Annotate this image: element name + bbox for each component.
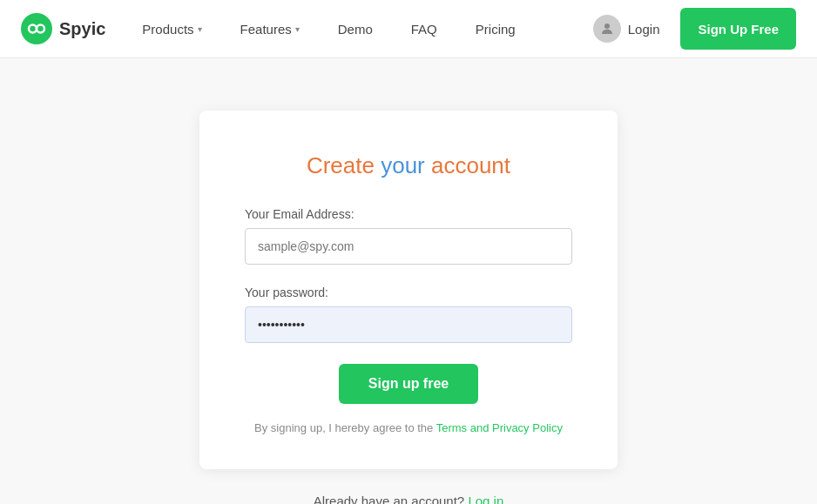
chevron-down-icon: ▾ <box>198 24 202 34</box>
signup-form-card: Create your account Your Email Address: … <box>199 111 618 469</box>
email-label: Your Email Address: <box>245 207 572 221</box>
user-icon <box>593 15 621 43</box>
email-form-group: Your Email Address: <box>245 207 572 265</box>
password-form-group: Your password: <box>245 286 572 343</box>
title-create: Create <box>307 152 381 178</box>
nav-links: Products ▾ Features ▾ Demo FAQ Pricing <box>123 0 582 58</box>
nav-item-faq[interactable]: FAQ <box>392 0 456 58</box>
email-input[interactable] <box>245 228 572 265</box>
navbar: Spyic Products ▾ Features ▾ Demo FAQ Pri… <box>0 0 817 58</box>
already-account-text: Already have an account? Log in <box>314 494 504 504</box>
brand-name: Spyic <box>59 19 105 39</box>
nav-item-demo[interactable]: Demo <box>319 0 392 58</box>
main-content: Create your account Your Email Address: … <box>0 58 817 504</box>
login-button[interactable]: Login <box>583 8 671 50</box>
signup-submit-button[interactable]: Sign up free <box>339 364 478 404</box>
title-your: your <box>381 152 425 178</box>
title-account: account <box>425 152 510 178</box>
navbar-right: Login Sign Up Free <box>583 8 796 50</box>
login-label: Login <box>628 22 660 37</box>
password-input[interactable] <box>245 306 572 343</box>
terms-text: By signing up, I hereby agree to the Ter… <box>245 421 572 434</box>
navbar-signup-button[interactable]: Sign Up Free <box>680 8 796 50</box>
svg-point-1 <box>604 24 610 29</box>
form-title: Create your account <box>245 152 572 179</box>
chevron-down-icon: ▾ <box>295 24 300 34</box>
log-in-link[interactable]: Log in <box>468 494 503 504</box>
brand-logo[interactable]: Spyic <box>21 13 105 44</box>
nav-item-features[interactable]: Features ▾ <box>221 0 319 58</box>
terms-link[interactable]: Terms and Privacy Policy <box>436 421 563 434</box>
nav-item-pricing[interactable]: Pricing <box>456 0 535 58</box>
terms-prefix: By signing up, I hereby agree to the <box>254 421 436 434</box>
spyic-logo-icon <box>21 13 52 44</box>
nav-item-products[interactable]: Products ▾ <box>123 0 220 58</box>
password-label: Your password: <box>245 286 572 299</box>
